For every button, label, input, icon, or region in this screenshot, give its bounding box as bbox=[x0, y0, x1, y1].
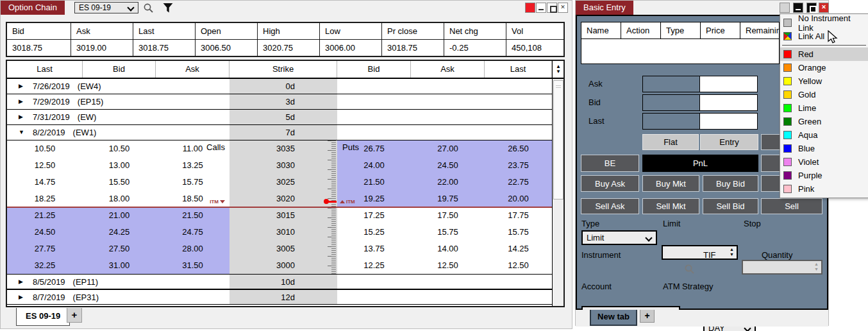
titlebar-instrument-select[interactable]: ES 09-19 bbox=[74, 2, 138, 13]
call-last-cell[interactable]: 10.50 bbox=[7, 140, 83, 157]
sell-bid-button[interactable]: Sell Bid bbox=[703, 198, 758, 214]
search-icon[interactable] bbox=[143, 3, 154, 13]
last-size-cell[interactable] bbox=[642, 113, 700, 130]
instrument-link-button[interactable] bbox=[780, 3, 790, 13]
put-ask-cell[interactable]: 19.75 bbox=[411, 191, 485, 207]
buy-mkt-button[interactable]: Buy Mkt bbox=[642, 175, 699, 192]
last-price-row[interactable] bbox=[642, 113, 758, 130]
put-last-cell[interactable]: 26.50 bbox=[485, 140, 552, 157]
option-row[interactable]: 24.5024.2524.75301015.2515.7515.75 bbox=[7, 224, 552, 241]
put-ask-cell[interactable]: 22.00 bbox=[411, 174, 485, 191]
strike-cell[interactable]: 3015 bbox=[230, 207, 337, 224]
menu-item-lime[interactable]: Lime bbox=[780, 101, 868, 115]
menu-item-violet[interactable]: Violet bbox=[780, 155, 868, 169]
option-row[interactable]: 12.5013.0013.25303024.0024.5023.75 bbox=[7, 157, 552, 174]
instrument-search-icon[interactable] bbox=[684, 264, 695, 275]
put-last-cell[interactable]: 23.75 bbox=[485, 157, 552, 174]
put-last-cell[interactable]: 17.75 bbox=[485, 207, 552, 224]
menu-item-pink[interactable]: Pink bbox=[780, 182, 868, 196]
put-bid-cell[interactable]: 15.25 bbox=[337, 224, 411, 241]
chain-header-cell[interactable]: Strike bbox=[230, 61, 337, 78]
chain-header-cell[interactable]: Bid bbox=[337, 61, 411, 78]
expiry-row[interactable]: ▶7/31/2019(EW)5d bbox=[7, 110, 552, 125]
chain-header-cell[interactable]: Ask bbox=[411, 61, 485, 78]
expiry-row[interactable]: ▶8/7/2019(EP31)12d bbox=[7, 289, 552, 305]
put-bid-cell[interactable]: 12.25 bbox=[337, 257, 411, 274]
minimize-button[interactable] bbox=[536, 3, 546, 13]
bid-price-row[interactable] bbox=[642, 94, 758, 111]
entry-button[interactable]: Entry bbox=[700, 134, 758, 150]
order-type-select[interactable]: Limit bbox=[581, 230, 657, 245]
filter-icon[interactable] bbox=[162, 3, 174, 13]
chain-header-cell[interactable]: Last bbox=[485, 61, 552, 78]
put-ask-cell[interactable]: 17.50 bbox=[411, 207, 485, 224]
option-row[interactable]: 27.7527.5028.00300513.7514.0014.25 bbox=[7, 241, 552, 257]
menu-item-no-instrument-link[interactable]: No Instrument Link bbox=[780, 16, 868, 30]
call-bid-cell[interactable]: 13.00 bbox=[83, 157, 156, 174]
last-price-cell[interactable] bbox=[700, 113, 758, 130]
chain-header-cell[interactable]: Last bbox=[7, 61, 83, 78]
put-last-cell[interactable]: 15.75 bbox=[485, 224, 552, 241]
strike-cell[interactable]: 3025 bbox=[230, 174, 337, 191]
put-bid-cell[interactable]: 24.00 bbox=[337, 157, 411, 174]
put-ask-cell[interactable]: 12.50 bbox=[411, 257, 485, 274]
option-row[interactable]: 14.7515.5015.75302521.5022.0022.75 bbox=[7, 174, 552, 191]
sell-button[interactable]: Sell bbox=[761, 198, 822, 214]
call-bid-cell[interactable]: 15.50 bbox=[83, 174, 156, 191]
put-ask-cell[interactable]: 27.00 bbox=[411, 140, 485, 157]
ask-price-cell[interactable] bbox=[700, 76, 758, 92]
call-ask-cell[interactable]: 28.00 bbox=[156, 241, 230, 257]
scrollbar-track[interactable] bbox=[553, 79, 564, 306]
sell-mkt-button[interactable]: Sell Mkt bbox=[642, 198, 699, 214]
call-last-cell[interactable]: 32.25 bbox=[7, 257, 83, 274]
close-button[interactable]: ✕ bbox=[819, 3, 829, 13]
call-bid-cell[interactable]: 31.00 bbox=[83, 257, 156, 274]
menu-item-orange[interactable]: Orange bbox=[780, 61, 868, 74]
call-bid-cell[interactable]: 24.25 bbox=[83, 224, 156, 241]
maximize-button[interactable] bbox=[547, 3, 557, 13]
tab-es-09-19[interactable]: ES 09-19 bbox=[16, 308, 70, 326]
call-last-cell[interactable]: 27.75 bbox=[7, 241, 83, 257]
put-bid-cell[interactable]: 13.75 bbox=[337, 241, 411, 257]
option-row[interactable]: 21.2521.0021.50301517.2517.5017.75 bbox=[7, 207, 552, 224]
buy-ask-button[interactable]: Buy Ask bbox=[581, 175, 639, 192]
minimize-button[interactable] bbox=[793, 3, 803, 13]
menu-item-aqua[interactable]: Aqua bbox=[780, 128, 868, 142]
put-ask-cell[interactable]: 24.50 bbox=[411, 157, 485, 174]
bid-size-cell[interactable] bbox=[642, 94, 700, 111]
close-button[interactable]: ✕ bbox=[558, 3, 568, 13]
call-last-cell[interactable]: 12.50 bbox=[7, 157, 83, 174]
put-last-cell[interactable]: 22.75 bbox=[485, 174, 552, 191]
maximize-button[interactable] bbox=[806, 3, 817, 13]
chain-header-cell[interactable]: Bid bbox=[83, 61, 156, 78]
expand-arrow-icon[interactable]: ▶ bbox=[19, 290, 23, 305]
chain-header-cell[interactable]: Ask bbox=[156, 61, 230, 78]
scrollbar-thumb[interactable] bbox=[553, 80, 563, 199]
call-bid-cell[interactable]: 10.50 bbox=[83, 140, 156, 157]
expand-arrow-icon[interactable]: ▼ bbox=[19, 125, 24, 140]
put-bid-cell[interactable]: 21.50 bbox=[337, 174, 411, 191]
call-bid-cell[interactable]: 18.00 bbox=[83, 191, 156, 207]
put-bid-cell[interactable]: 17.25 bbox=[337, 207, 411, 224]
expand-arrow-icon[interactable]: ▶ bbox=[19, 275, 23, 289]
expand-arrow-icon[interactable]: ▶ bbox=[19, 110, 23, 124]
add-tab-button[interactable]: + bbox=[67, 308, 82, 323]
scroll-arrows[interactable]: ▲▼ bbox=[553, 61, 564, 79]
menu-item-blue[interactable]: Blue bbox=[780, 142, 868, 155]
scroll-down-icon[interactable]: ▼ bbox=[556, 69, 561, 74]
menu-item-gold[interactable]: Gold bbox=[780, 88, 868, 101]
expiry-row[interactable]: ▶7/26/2019(EW4)0d bbox=[7, 79, 552, 94]
chain-scrollbar[interactable]: ▲▼ bbox=[552, 61, 564, 306]
limit-price-input[interactable]: ▲▼ bbox=[662, 245, 738, 260]
strike-cell[interactable]: 3035 bbox=[230, 140, 337, 157]
bid-price-cell[interactable] bbox=[700, 94, 758, 111]
add-tab-button[interactable]: + bbox=[640, 310, 655, 323]
strike-cell[interactable]: 3005 bbox=[230, 241, 337, 257]
call-ask-cell[interactable]: 15.75 bbox=[156, 174, 230, 191]
menu-item-red[interactable]: Red bbox=[780, 47, 868, 61]
call-bid-cell[interactable]: 27.50 bbox=[83, 241, 156, 257]
call-last-cell[interactable]: 21.25 bbox=[7, 207, 83, 224]
menu-item-purple[interactable]: Purple bbox=[780, 169, 868, 182]
option-row[interactable]: 10.5010.5011.00303526.7527.0026.50 bbox=[7, 140, 552, 157]
strike-cell[interactable]: 3010 bbox=[230, 224, 337, 241]
